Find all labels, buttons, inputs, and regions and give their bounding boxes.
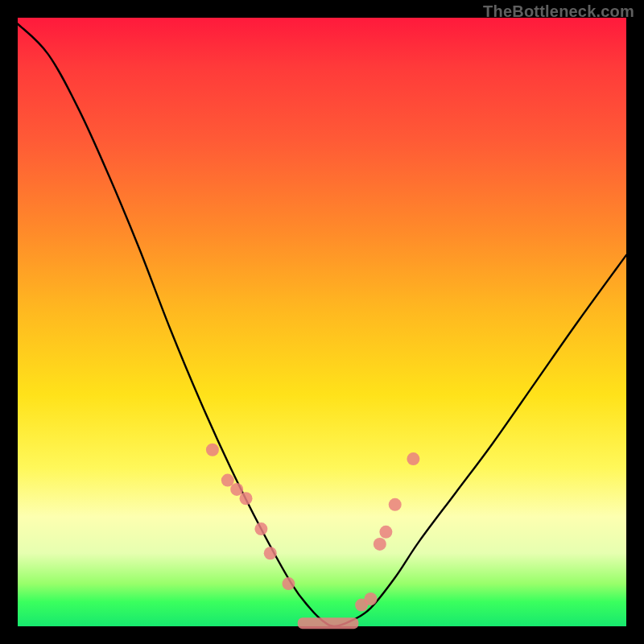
bottleneck-curve-svg: [18, 18, 626, 626]
curve-path-group: [18, 24, 626, 626]
data-point: [221, 474, 234, 487]
data-point: [389, 498, 402, 511]
bottleneck-curve: [18, 24, 626, 626]
data-point: [379, 526, 392, 539]
data-point: [407, 452, 419, 465]
data-point: [264, 547, 277, 559]
bottom-cluster-bar: [298, 617, 359, 629]
data-point: [282, 577, 295, 590]
data-point: [254, 522, 267, 535]
data-point: [206, 444, 219, 456]
plot-area: [18, 18, 626, 626]
watermark-label: TheBottleneck.com: [483, 2, 634, 21]
chart-frame: TheBottleneck.com: [0, 0, 644, 644]
data-point: [230, 483, 243, 496]
data-point: [374, 538, 386, 551]
data-point: [240, 492, 253, 505]
data-point: [364, 592, 377, 605]
